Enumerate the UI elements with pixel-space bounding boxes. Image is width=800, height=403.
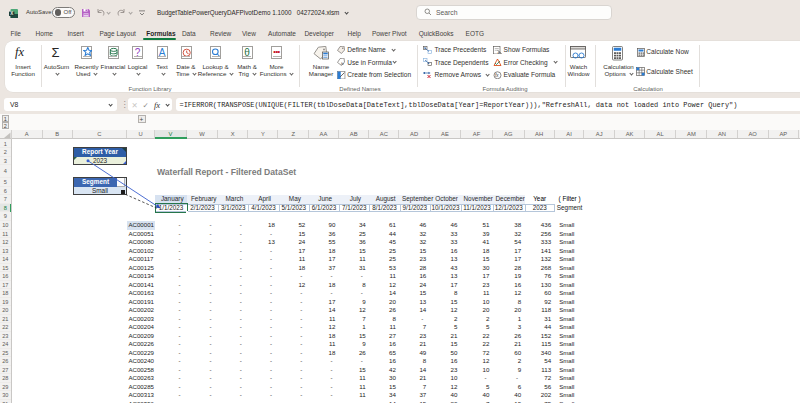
- svg-text:fx: fx: [495, 73, 499, 78]
- svg-text:fx: fx: [341, 62, 344, 66]
- svg-text:X: X: [10, 11, 13, 16]
